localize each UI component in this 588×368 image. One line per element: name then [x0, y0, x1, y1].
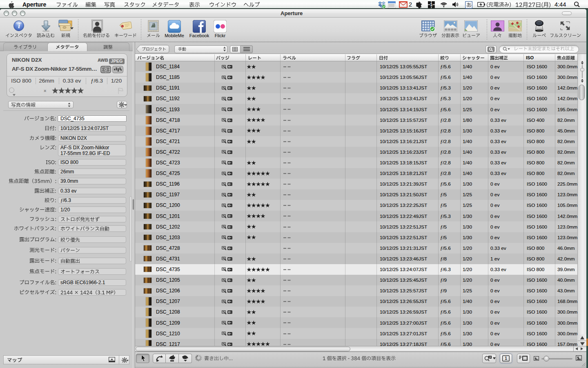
svg-text:1: 1 [430, 2, 432, 7]
svg-text:1: 1 [505, 356, 507, 361]
svg-text:i: i [18, 22, 20, 30]
